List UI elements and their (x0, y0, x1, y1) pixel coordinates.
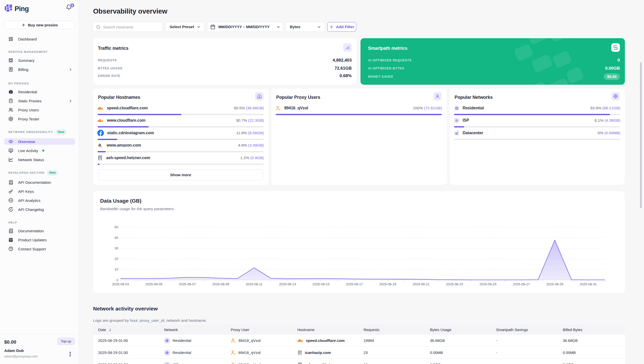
svg-text:2025-08-27: 2025-08-27 (513, 282, 530, 286)
svg-text:2025-08-29: 2025-08-29 (546, 282, 563, 286)
svg-text:2025-08-05: 2025-08-05 (145, 282, 162, 286)
svg-text:2025-08-11: 2025-08-11 (246, 282, 262, 286)
svg-text:a: a (98, 142, 101, 147)
svg-text:2025-08-17: 2025-08-17 (346, 282, 363, 286)
svg-text:2025-08-09: 2025-08-09 (212, 282, 229, 286)
svg-text:2025-08-03: 2025-08-03 (112, 282, 129, 286)
svg-text:2025-08-15: 2025-08-15 (312, 282, 329, 286)
svg-text:2025-08-07: 2025-08-07 (179, 282, 196, 286)
svg-text:2025-08-19: 2025-08-19 (379, 282, 396, 286)
svg-text:0: 0 (116, 278, 118, 282)
svg-text:2025-08-23: 2025-08-23 (446, 282, 463, 286)
svg-text:50: 50 (114, 225, 118, 229)
svg-text:2025-08-21: 2025-08-21 (413, 282, 429, 286)
svg-text:20: 20 (114, 257, 118, 261)
svg-text:2025-08-31: 2025-08-31 (580, 282, 596, 286)
svg-text:10: 10 (114, 267, 118, 271)
svg-text:40: 40 (114, 236, 118, 240)
svg-text:2025-08-13: 2025-08-13 (279, 282, 296, 286)
svg-text:30: 30 (114, 246, 118, 250)
svg-text:2025-08-25: 2025-08-25 (479, 282, 496, 286)
